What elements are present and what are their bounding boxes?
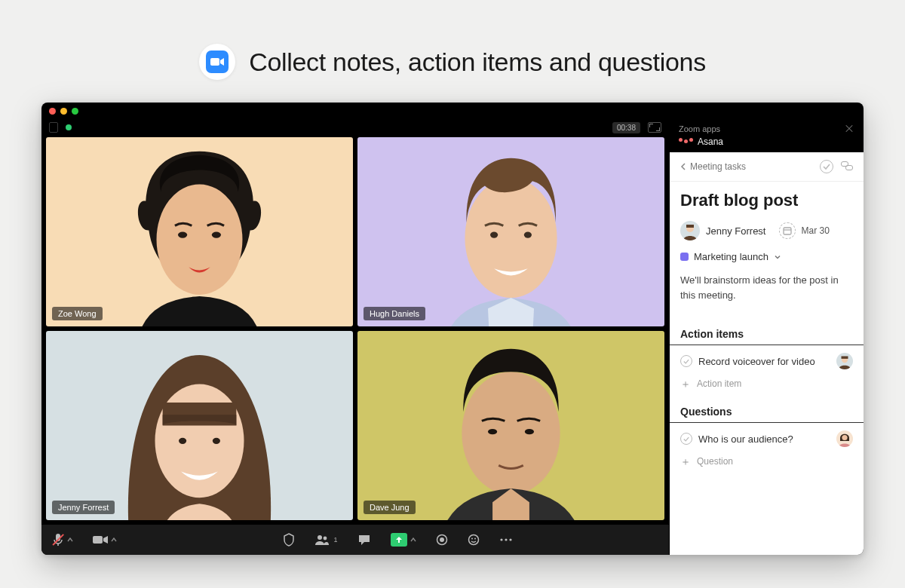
project-name: Marketing launch <box>694 251 768 262</box>
video-pane: 00:38 <box>41 118 669 555</box>
zoom-camera-icon <box>206 51 229 73</box>
chevron-down-icon <box>774 253 781 261</box>
svg-point-27 <box>474 538 476 540</box>
complete-toggle[interactable] <box>680 355 692 367</box>
participants-count: 1 <box>334 536 338 544</box>
video-tile[interactable]: Zoe Wong <box>46 137 353 326</box>
svg-point-4 <box>212 232 221 238</box>
meeting-info-icon[interactable] <box>49 122 58 133</box>
window-traffic-lights[interactable] <box>49 108 78 115</box>
window-titlebar <box>41 103 864 118</box>
video-tile[interactable]: Hugh Daniels <box>357 137 664 326</box>
svg-rect-18 <box>56 534 60 541</box>
due-date-field[interactable]: Mar 30 <box>779 222 829 239</box>
svg-point-26 <box>471 538 473 540</box>
add-question-label: Question <box>697 456 733 467</box>
window-close-button[interactable] <box>49 108 56 115</box>
svg-point-28 <box>500 538 502 541</box>
mark-complete-button[interactable] <box>820 160 833 173</box>
item-assignee-avatar[interactable] <box>836 430 853 447</box>
question-text: Who is our audience? <box>698 433 830 445</box>
fullscreen-button[interactable] <box>648 122 661 133</box>
breadcrumb-label: Meeting tasks <box>690 161 746 172</box>
svg-point-12 <box>179 438 186 444</box>
svg-point-13 <box>213 438 220 444</box>
window-minimize-button[interactable] <box>60 108 67 115</box>
share-screen-button[interactable] <box>391 533 416 547</box>
svg-point-25 <box>468 535 478 545</box>
chevron-up-icon[interactable] <box>410 537 416 542</box>
asana-logo-icon <box>679 139 693 143</box>
section-heading-action-items: Action items <box>670 320 864 345</box>
svg-point-15 <box>462 372 560 495</box>
svg-point-22 <box>323 537 327 541</box>
record-button[interactable] <box>436 534 448 546</box>
breadcrumb-back[interactable]: Meeting tasks <box>680 161 746 172</box>
svg-point-8 <box>524 232 532 238</box>
mute-button[interactable] <box>52 533 73 547</box>
zoom-window: 00:38 <box>41 103 864 555</box>
svg-rect-0 <box>210 58 219 66</box>
svg-point-2 <box>157 184 243 295</box>
section-heading-questions: Questions <box>670 398 864 423</box>
more-button[interactable] <box>499 537 513 542</box>
project-color-icon <box>680 253 689 261</box>
project-chip[interactable]: Marketing launch <box>680 251 853 262</box>
assignee-avatar <box>680 221 700 240</box>
svg-point-10 <box>155 384 244 498</box>
question-row[interactable]: Who is our audience? <box>670 426 864 452</box>
action-item-row[interactable]: Record voiceover for video <box>670 348 864 374</box>
participant-name-tag: Zoe Wong <box>52 307 103 320</box>
svg-point-41 <box>842 435 847 440</box>
svg-point-7 <box>490 232 498 238</box>
assignee-field[interactable]: Jenny Forrest <box>680 221 765 240</box>
add-action-item-label: Action item <box>697 378 741 389</box>
due-date-text: Mar 30 <box>801 225 829 236</box>
svg-point-24 <box>440 537 444 542</box>
calendar-icon <box>779 222 796 239</box>
svg-point-30 <box>509 538 511 541</box>
svg-point-6 <box>465 178 557 298</box>
plus-icon: ＋ <box>680 378 691 389</box>
video-tile[interactable]: Dave Jung <box>357 331 664 520</box>
close-panel-button[interactable] <box>844 124 854 134</box>
action-item-text: Record voiceover for video <box>698 356 830 367</box>
participants-button[interactable]: 1 <box>314 534 338 546</box>
video-grid: Zoe Wong Hu <box>41 137 669 525</box>
svg-rect-33 <box>686 225 694 228</box>
add-action-item-button[interactable]: ＋ Action item <box>670 374 864 394</box>
chevron-up-icon[interactable] <box>111 537 117 542</box>
zoom-logo-badge <box>199 44 235 80</box>
chevron-left-icon <box>680 163 686 170</box>
svg-point-17 <box>525 429 534 434</box>
item-assignee-avatar[interactable] <box>836 353 853 369</box>
video-tile[interactable]: Jenny Forrest <box>46 331 353 520</box>
svg-rect-38 <box>842 357 848 359</box>
recording-timer: 00:38 <box>612 122 640 133</box>
zoom-apps-panel: Zoom apps Asana Meeting tasks <box>669 118 864 555</box>
participant-name-tag: Dave Jung <box>364 501 416 514</box>
svg-point-29 <box>505 538 507 541</box>
app-name: Asana <box>698 136 723 147</box>
task-description[interactable]: We'll brainstorm ideas for the post in t… <box>680 273 853 302</box>
svg-point-16 <box>488 429 497 434</box>
security-button[interactable] <box>283 533 295 547</box>
participant-name-tag: Hugh Daniels <box>364 307 425 320</box>
participant-name-tag: Jenny Forrest <box>52 501 115 514</box>
panel-label: Zoom apps <box>679 124 720 133</box>
chat-button[interactable] <box>357 534 371 546</box>
svg-rect-34 <box>784 228 791 234</box>
encryption-status-icon[interactable] <box>66 124 72 130</box>
svg-point-3 <box>178 232 187 238</box>
reactions-button[interactable] <box>468 534 480 546</box>
hero-headline: Collect notes, action items and question… <box>249 47 706 77</box>
add-question-button[interactable]: ＋ Question <box>670 452 864 471</box>
hero-banner: Collect notes, action items and question… <box>0 0 905 103</box>
video-button[interactable] <box>93 534 117 545</box>
copy-link-button[interactable] <box>841 160 853 172</box>
chevron-up-icon[interactable] <box>67 537 73 542</box>
complete-toggle[interactable] <box>680 433 692 445</box>
window-maximize-button[interactable] <box>72 108 78 115</box>
svg-point-21 <box>318 535 322 540</box>
zoom-toolbar: 1 <box>41 525 669 555</box>
